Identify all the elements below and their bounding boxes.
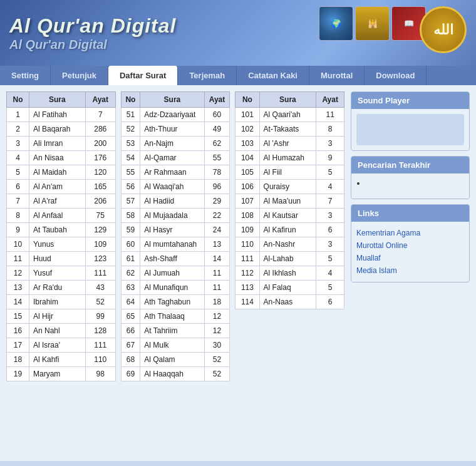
pencarian-body xyxy=(351,173,469,199)
table-row[interactable]: 55Ar Rahmaan78 xyxy=(121,165,230,180)
table-row[interactable]: 1Al Fatihah7 xyxy=(7,108,116,122)
table-row[interactable]: 6Al An'am165 xyxy=(7,180,116,194)
earth-image: 🌍 xyxy=(319,6,353,41)
sura-table-2: No Sura Ayat 51Adz-Dzaariyaat6052Ath-Thu… xyxy=(121,91,230,381)
header: Al Qur'an Digital Al Qur'an Digital 🌍 🕌 … xyxy=(0,0,476,66)
tables-area: No Sura Ayat 1Al Fatihah72Al Baqarah2863… xyxy=(6,91,344,455)
nav-terjemah[interactable]: Terjemah xyxy=(178,66,237,85)
table-row[interactable]: 7Al A'raf206 xyxy=(7,194,116,209)
table-row[interactable]: 13Ar Ra'du43 xyxy=(7,281,116,295)
table-row[interactable]: 12Yusuf111 xyxy=(7,266,116,281)
col-no-2: No xyxy=(121,92,140,108)
table-row[interactable]: 5Al Maidah120 xyxy=(7,165,116,180)
table-row[interactable]: 62Al Jumuah11 xyxy=(121,266,230,281)
table-row[interactable]: 63Al Munafiqun11 xyxy=(121,281,230,295)
pencarian-section: Pencarian Terakhir xyxy=(351,156,470,199)
col-ayat-2: Ayat xyxy=(204,92,230,108)
pencarian-title: Pencarian Terakhir xyxy=(351,157,469,173)
nav-murottal[interactable]: Murottal xyxy=(309,66,365,85)
sound-player-title: Sound Player xyxy=(351,92,469,109)
table-row[interactable]: 101Al Qaari'ah11 xyxy=(235,108,344,122)
sidebar-link[interactable]: Murottal Online xyxy=(356,239,464,252)
table-row[interactable]: 114An-Naas6 xyxy=(235,295,344,309)
sura-table-1: No Sura Ayat 1Al Fatihah72Al Baqarah2863… xyxy=(6,91,116,381)
table-row[interactable]: 69Al Haaqqah52 xyxy=(121,367,230,381)
mosque-image: 🕌 xyxy=(355,6,390,41)
table-row[interactable]: 60Al mumtahanah13 xyxy=(121,237,230,252)
allah-emblem: الله xyxy=(420,6,467,53)
sound-player-section: Sound Player xyxy=(351,91,470,151)
table-row[interactable]: 57Al Hadiid29 xyxy=(121,194,230,209)
nav-catatan-kaki[interactable]: Catatan Kaki xyxy=(237,66,309,85)
pencarian-item xyxy=(366,179,464,187)
table-row[interactable]: 65Ath Thalaaq12 xyxy=(121,309,230,324)
table-row[interactable]: 103Al 'Ashr3 xyxy=(235,137,344,151)
table-row[interactable]: 58Al Mujaadala22 xyxy=(121,209,230,223)
col-ayat-1: Ayat xyxy=(85,92,115,108)
header-title1: Al Qur'an Digital xyxy=(9,14,176,38)
table-row[interactable]: 11Huud123 xyxy=(7,252,116,266)
main-content: No Sura Ayat 1Al Fatihah72Al Baqarah2863… xyxy=(0,85,476,461)
table-row[interactable]: 68Al Qalam52 xyxy=(121,353,230,367)
col-sura-2: Sura xyxy=(140,92,204,108)
table-row[interactable]: 10Yunus109 xyxy=(7,237,116,252)
table-row[interactable]: 17Al Israa'111 xyxy=(7,338,116,353)
table-row[interactable]: 16An Nahl128 xyxy=(7,324,116,338)
nav-petunjuk[interactable]: Petunjuk xyxy=(51,66,108,85)
table-row[interactable]: 110An-Nashr3 xyxy=(235,237,344,252)
links-section: Links Kementrian AgamaMurottal OnlineMua… xyxy=(351,204,470,282)
table-row[interactable]: 67Al Mulk30 xyxy=(121,338,230,353)
table-row[interactable]: 18Al Kahfi110 xyxy=(7,353,116,367)
table-row[interactable]: 4An Nisaa176 xyxy=(7,151,116,165)
header-title2: Al Qur'an Digital xyxy=(9,38,176,52)
table-row[interactable]: 113Al Falaq5 xyxy=(235,281,344,295)
sura-table-3: No Sura Ayat 101Al Qaari'ah11102At-Takaa… xyxy=(235,91,344,309)
links-title: Links xyxy=(351,205,469,222)
table-row[interactable]: 14Ibrahim52 xyxy=(7,295,116,309)
table-row[interactable]: 102At-Takaats8 xyxy=(235,122,344,137)
nav-daftar-surat[interactable]: Daftar Surat xyxy=(108,66,178,85)
sound-player-body xyxy=(351,109,469,150)
table-row[interactable]: 54Al-Qamar55 xyxy=(121,151,230,165)
table-row[interactable]: 15Al Hijr99 xyxy=(7,309,116,324)
navbar: Setting Petunjuk Daftar Surat Terjemah C… xyxy=(0,66,476,85)
table-row[interactable]: 104Al Humazah9 xyxy=(235,151,344,165)
col-sura-3: Sura xyxy=(259,92,316,108)
table-row[interactable]: 109Al Kafirun6 xyxy=(235,223,344,237)
table-row[interactable]: 61Ash-Shaff14 xyxy=(121,252,230,266)
sound-player-area xyxy=(356,114,464,145)
sidebar-link[interactable]: Kementrian Agama xyxy=(356,227,464,239)
table-row[interactable]: 51Adz-Dzaariyaat60 xyxy=(121,108,230,122)
table-row[interactable]: 2Al Baqarah286 xyxy=(7,122,116,137)
col-sura-1: Sura xyxy=(29,92,85,108)
col-ayat-3: Ayat xyxy=(316,92,344,108)
nav-download[interactable]: Download xyxy=(365,66,427,85)
table-row[interactable]: 53An-Najm62 xyxy=(121,137,230,151)
table-row[interactable]: 59Al Hasyr24 xyxy=(121,223,230,237)
table-row[interactable]: 108Al Kautsar3 xyxy=(235,209,344,223)
sidebar: Sound Player Pencarian Terakhir Links Ke… xyxy=(351,91,470,455)
table-row[interactable]: 112Al Ikhlash4 xyxy=(235,266,344,281)
sidebar-link[interactable]: Media Islam xyxy=(356,264,464,277)
links-body: Kementrian AgamaMurottal OnlineMuallafMe… xyxy=(351,222,469,282)
table-row[interactable]: 52Ath-Thuur49 xyxy=(121,122,230,137)
logo: Al Qur'an Digital Al Qur'an Digital xyxy=(9,14,176,52)
table-row[interactable]: 66At Tahriim12 xyxy=(121,324,230,338)
table-row[interactable]: 9At Taubah129 xyxy=(7,223,116,237)
nav-setting[interactable]: Setting xyxy=(0,66,51,85)
table-row[interactable]: 3Ali Imran200 xyxy=(7,137,116,151)
header-images: 🌍 🕌 📖 xyxy=(319,6,426,41)
table-row[interactable]: 105Al Fiil5 xyxy=(235,165,344,180)
sidebar-link[interactable]: Muallaf xyxy=(356,252,464,264)
table-row[interactable]: 64Ath Taghabun18 xyxy=(121,295,230,309)
col-no-3: No xyxy=(235,92,259,108)
table-row[interactable]: 111Al-Lahab5 xyxy=(235,252,344,266)
table-row[interactable]: 106Quraisy4 xyxy=(235,180,344,194)
table-row[interactable]: 19Maryam98 xyxy=(7,367,116,381)
col-no-1: No xyxy=(7,92,29,108)
table-row[interactable]: 8Al Anfaal75 xyxy=(7,209,116,223)
table-row[interactable]: 107Al Maa'uun7 xyxy=(235,194,344,209)
table-row[interactable]: 56Al Waaqi'ah96 xyxy=(121,180,230,194)
